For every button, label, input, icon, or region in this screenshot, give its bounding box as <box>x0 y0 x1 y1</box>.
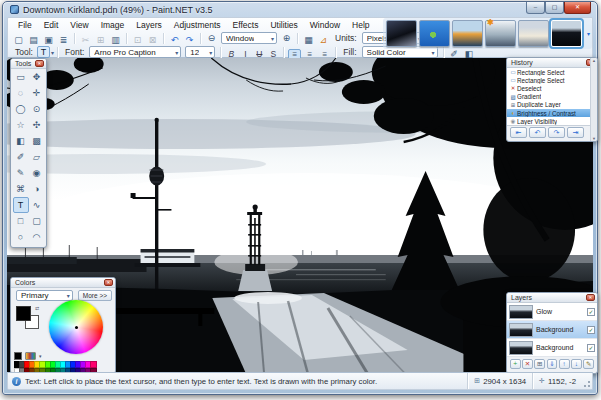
open-image-5[interactable] <box>518 20 549 47</box>
color-picker-tool[interactable]: ◉ <box>29 165 45 181</box>
active-tool-button[interactable]: T <box>37 46 50 58</box>
freeform-shape-tool[interactable]: ◠ <box>29 229 45 245</box>
primary-color-swatch[interactable] <box>16 306 31 321</box>
history-item[interactable]: ◐ Brightness / Contrast <box>507 109 590 117</box>
clone-stamp-tool[interactable]: ⌘ <box>13 181 29 197</box>
maximize-button[interactable]: ▢ <box>545 2 564 14</box>
minimize-button[interactable]: – <box>526 2 545 14</box>
open-image-3[interactable] <box>452 20 483 47</box>
move-layer-down-button[interactable]: ↓ <box>571 359 582 369</box>
undo-history-button[interactable]: ↶ <box>529 127 546 138</box>
layer-visibility-checkbox[interactable]: ✓ <box>587 308 595 316</box>
lasso-select-tool[interactable]: ◌ <box>13 85 29 101</box>
rewind-button[interactable]: ⇤ <box>510 127 527 138</box>
open-button[interactable]: ▤ <box>27 34 40 46</box>
thumbnail-overflow-icon[interactable]: ▾ <box>587 30 590 37</box>
current-color-swatch[interactable] <box>14 352 22 360</box>
menu-item[interactable]: Help <box>346 19 375 31</box>
duplicate-layer-button[interactable]: ⊞ <box>534 359 545 369</box>
font-size-dropdown[interactable]: 12 ▾ <box>185 46 215 58</box>
paste-button[interactable]: ▥ <box>109 34 122 46</box>
fast-forward-button[interactable]: ⇥ <box>567 127 584 138</box>
line-curve-tool[interactable]: ∿ <box>29 197 45 213</box>
history-item[interactable]: ⊞ Duplicate Layer <box>507 101 590 109</box>
undo-button[interactable]: ↶ <box>168 34 181 46</box>
save-button[interactable]: ▣ <box>42 34 55 46</box>
menu-item[interactable]: Effects <box>227 19 265 31</box>
move-layer-up-button[interactable]: ↑ <box>559 359 570 369</box>
eraser-tool[interactable]: ▱ <box>29 149 45 165</box>
history-item[interactable]: ▭ Rectangle Select <box>507 76 590 84</box>
more-colors-button[interactable]: More >> <box>78 290 112 301</box>
chevron-down-icon[interactable]: ▾ <box>51 49 54 56</box>
close-icon[interactable]: ✕ <box>35 60 44 67</box>
redo-button[interactable]: ↷ <box>183 34 196 46</box>
colors-panel-titlebar[interactable]: Colors ✕ <box>11 278 115 288</box>
add-layer-button[interactable]: ＋ <box>510 359 521 369</box>
font-family-dropdown[interactable]: Arno Pro Caption ▾ <box>89 46 181 58</box>
palette-color[interactable] <box>90 361 96 368</box>
ellipse-select-tool[interactable]: ◯ <box>13 101 29 117</box>
history-scrollbar[interactable]: ▲▼ <box>590 58 597 141</box>
history-panel-titlebar[interactable]: History ✕ <box>507 58 597 68</box>
print-button[interactable]: ≣ <box>57 34 70 46</box>
layer-row[interactable]: Background ✓ <box>507 339 597 357</box>
close-button[interactable]: ✕ <box>564 2 591 14</box>
rectangle-tool[interactable]: □ <box>13 213 29 229</box>
layer-row[interactable]: Glow ✓ <box>507 303 597 321</box>
crop-to-selection-button[interactable]: ⊡ <box>131 34 144 46</box>
ellipse-tool[interactable]: ○ <box>13 229 29 245</box>
open-image-4[interactable]: ✱ <box>485 20 516 47</box>
new-image-button[interactable]: ▢ <box>12 34 25 46</box>
app-icon <box>10 5 19 14</box>
layer-properties-button[interactable]: ✎ <box>583 359 594 369</box>
close-icon[interactable]: ✕ <box>586 294 595 301</box>
separator <box>335 47 336 58</box>
magic-wand-tool[interactable]: ☆ <box>13 117 29 133</box>
deselect-button[interactable]: ⊠ <box>146 34 159 46</box>
recolor-tool[interactable]: ◑ <box>29 181 45 197</box>
pan-tool[interactable]: ✣ <box>29 117 45 133</box>
rectangle-select-tool[interactable]: ▭ <box>13 69 29 85</box>
cut-button[interactable]: ✂ <box>79 34 92 46</box>
history-item-label: Deselect <box>517 85 542 92</box>
colors-panel: Colors ✕ Primary ▾ More >> ⇄ <box>10 277 116 374</box>
gradient-tool[interactable]: ▩ <box>29 133 45 149</box>
open-image-6[interactable] <box>551 20 582 47</box>
redo-history-button[interactable]: ↷ <box>548 127 565 138</box>
close-icon[interactable]: ✕ <box>104 279 113 286</box>
history-item[interactable]: ✕ Deselect <box>507 84 590 92</box>
zoom-tool[interactable]: ⊙ <box>29 101 45 117</box>
history-item-icon: ⊞ <box>509 102 517 108</box>
tools-panel-titlebar[interactable]: Tools ✕ <box>11 59 46 69</box>
layer-row[interactable]: Background ✓ <box>507 321 597 339</box>
palette-manager-icon[interactable] <box>25 352 36 360</box>
merge-down-button[interactable]: ⇓ <box>547 359 558 369</box>
history-item[interactable]: ▨ Gradient <box>507 93 590 101</box>
text-tool[interactable]: T <box>13 197 29 213</box>
title-bar[interactable]: Downtown Kirkland.pdn (49%) - Paint.NET … <box>3 2 597 17</box>
delete-layer-button[interactable]: ✕ <box>522 359 533 369</box>
paint-bucket-tool[interactable]: ◧ <box>13 133 29 149</box>
layers-panel-titlebar[interactable]: Layers ✕ <box>507 293 597 303</box>
pencil-tool[interactable]: ✎ <box>13 165 29 181</box>
copy-button[interactable]: ⊞ <box>94 34 107 46</box>
layer-visibility-checkbox[interactable]: ✓ <box>587 344 595 352</box>
open-image-2[interactable] <box>419 20 450 47</box>
rounded-rectangle-tool[interactable]: ▢ <box>29 213 45 229</box>
open-image-1[interactable] <box>386 20 417 47</box>
history-item[interactable]: ◉ Layer Visibility <box>507 117 590 125</box>
zoom-out-icon[interactable]: ⊖ <box>205 32 218 44</box>
menu-item[interactable]: Utilities <box>264 19 303 31</box>
history-item[interactable]: ▭ Rectangle Select <box>507 68 590 76</box>
color-target-dropdown[interactable]: Primary ▾ <box>16 290 73 301</box>
swap-colors-icon[interactable]: ⇄ <box>35 305 39 311</box>
chevron-down-icon[interactable]: ▾ <box>39 353 42 359</box>
resize-grip[interactable] <box>582 373 592 389</box>
open-images-strip: ✱ <box>383 18 592 49</box>
move-selected-pixels-tool[interactable]: ✥ <box>29 69 45 85</box>
move-selection-tool[interactable]: ✛ <box>29 85 45 101</box>
paintbrush-tool[interactable]: ✐ <box>13 149 29 165</box>
layer-visibility-checkbox[interactable]: ✓ <box>587 326 595 334</box>
color-wheel[interactable] <box>49 300 103 354</box>
